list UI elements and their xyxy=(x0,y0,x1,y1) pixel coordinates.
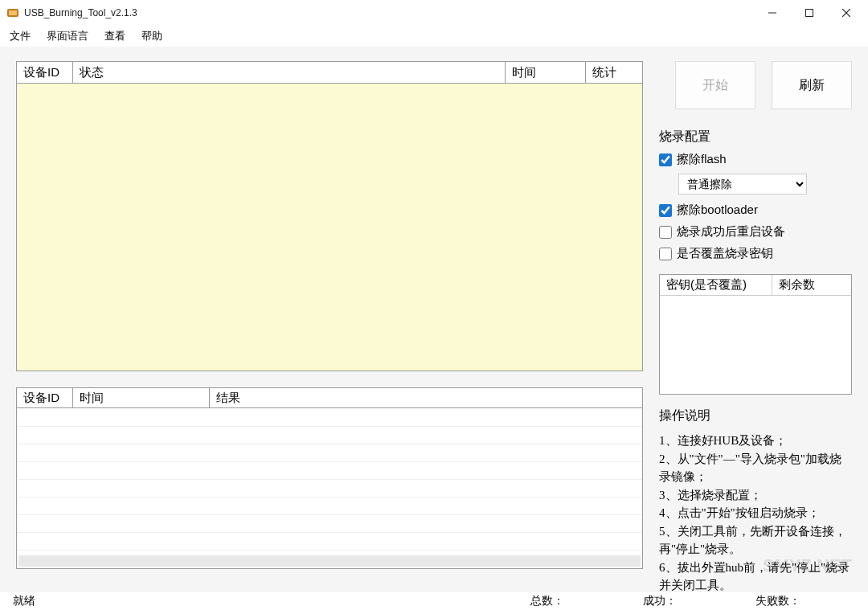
instructions-title: 操作说明 xyxy=(659,406,852,425)
burn-config-group: 烧录配置 擦除flash 普通擦除 擦除bootloader 烧录成功后重启设备 xyxy=(659,129,852,261)
erase-bootloader-label: 擦除bootloader xyxy=(677,203,758,218)
status-total: 总数： xyxy=(524,594,637,608)
status-bar: 就绪 总数： 成功： 失败数： xyxy=(0,592,868,610)
instruction-line: 6、拔出外置hub前，请先"停止"烧录并关闭工具。 xyxy=(659,559,852,595)
reboot-after-label: 烧录成功后重启设备 xyxy=(677,224,785,239)
device-table-header: 设备ID 状态 时间 统计 xyxy=(16,61,643,84)
col-device-id[interactable]: 设备ID xyxy=(17,62,73,83)
maximize-button[interactable] xyxy=(791,0,828,26)
menu-help[interactable]: 帮助 xyxy=(138,27,166,45)
col-result-time[interactable]: 时间 xyxy=(73,388,210,407)
instructions-box: 操作说明 1、连接好HUB及设备； 2、从"文件"—"导入烧录包"加载烧录镜像；… xyxy=(659,406,852,595)
title-bar: USB_Burning_Tool_v2.1.3 xyxy=(0,0,868,26)
col-stats[interactable]: 统计 xyxy=(586,62,642,83)
table-row xyxy=(17,461,642,479)
overwrite-key-label: 是否覆盖烧录密钥 xyxy=(677,246,773,261)
app-icon xyxy=(6,6,19,19)
action-buttons: 开始 刷新 xyxy=(659,61,852,109)
status-fail: 失败数： xyxy=(749,594,862,608)
minimize-button[interactable] xyxy=(754,0,791,26)
table-row xyxy=(17,497,642,514)
menu-bar: 文件 界面语言 查看 帮助 xyxy=(0,26,868,47)
svg-rect-1 xyxy=(9,10,17,15)
reboot-after-checkbox[interactable] xyxy=(659,226,672,239)
instruction-line: 3、选择烧录配置； xyxy=(659,486,852,505)
device-list-area xyxy=(16,84,643,371)
erase-bootloader-row[interactable]: 擦除bootloader xyxy=(659,203,852,218)
window-title: USB_Burning_Tool_v2.1.3 xyxy=(24,7,754,18)
key-table-header: 密钥(是否覆盖) 剩余数 xyxy=(660,275,851,296)
erase-flash-row[interactable]: 擦除flash xyxy=(659,152,852,167)
erase-flash-checkbox[interactable] xyxy=(659,154,672,166)
key-table: 密钥(是否覆盖) 剩余数 xyxy=(659,274,852,395)
status-success: 成功： xyxy=(637,594,749,608)
key-col-remain[interactable]: 剩余数 xyxy=(772,275,821,295)
config-title: 烧录配置 xyxy=(659,129,852,145)
table-row xyxy=(17,426,642,444)
erase-flash-label: 擦除flash xyxy=(677,152,727,167)
table-row xyxy=(17,514,642,532)
result-grid xyxy=(17,408,642,551)
result-list-area xyxy=(16,408,643,569)
erase-mode-select[interactable]: 普通擦除 xyxy=(678,174,807,194)
erase-mode-wrap: 普通擦除 xyxy=(678,174,852,194)
work-area: 设备ID 状态 时间 统计 设备ID 时间 结果 xyxy=(0,47,868,592)
table-row xyxy=(17,408,642,426)
menu-file[interactable]: 文件 xyxy=(6,27,34,45)
menu-view[interactable]: 查看 xyxy=(101,27,129,45)
instruction-line: 5、关闭工具前，先断开设备连接，再"停止"烧录。 xyxy=(659,522,852,559)
left-pane: 设备ID 状态 时间 统计 设备ID 时间 结果 xyxy=(16,61,643,569)
status-ready: 就绪 xyxy=(6,594,524,608)
result-table-header: 设备ID 时间 结果 xyxy=(16,387,643,408)
table-row xyxy=(17,479,642,497)
horizontal-scrollbar[interactable] xyxy=(18,555,641,567)
svg-rect-3 xyxy=(806,10,813,17)
col-time[interactable]: 时间 xyxy=(506,62,586,83)
col-result-result[interactable]: 结果 xyxy=(210,388,642,407)
overwrite-key-checkbox[interactable] xyxy=(659,248,672,260)
col-status[interactable]: 状态 xyxy=(73,62,506,83)
col-result-device-id[interactable]: 设备ID xyxy=(17,388,73,407)
instruction-line: 2、从"文件"—"导入烧录包"加载烧录镜像； xyxy=(659,450,852,486)
start-button[interactable]: 开始 xyxy=(675,61,755,109)
refresh-button[interactable]: 刷新 xyxy=(772,61,852,109)
instruction-line: 1、连接好HUB及设备； xyxy=(659,432,852,450)
close-button[interactable] xyxy=(828,0,865,26)
right-pane: 开始 刷新 烧录配置 擦除flash 普通擦除 擦除bootloader 烧录成… xyxy=(659,61,852,595)
table-row xyxy=(17,444,642,461)
overwrite-key-row[interactable]: 是否覆盖烧录密钥 xyxy=(659,246,852,261)
key-col-key[interactable]: 密钥(是否覆盖) xyxy=(660,275,772,295)
table-row xyxy=(17,532,642,550)
menu-language[interactable]: 界面语言 xyxy=(43,27,92,45)
reboot-after-row[interactable]: 烧录成功后重启设备 xyxy=(659,224,852,239)
erase-bootloader-checkbox[interactable] xyxy=(659,204,672,217)
instruction-line: 4、点击"开始"按钮启动烧录； xyxy=(659,504,852,522)
